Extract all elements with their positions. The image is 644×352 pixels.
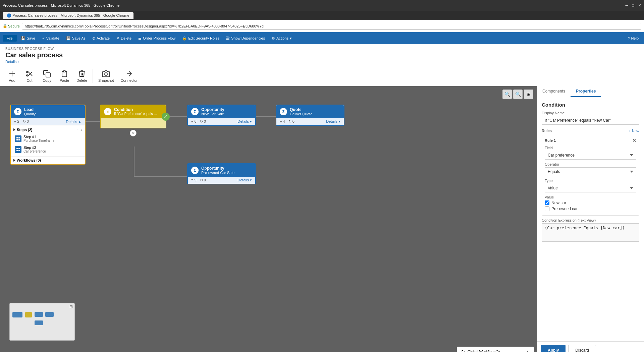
- right-panel: Components Properties Condition Display …: [537, 86, 644, 352]
- quote-node[interactable]: Σ Quote Deliver Quote ≡ 4 ↻ 0 Details ▾: [276, 105, 344, 126]
- save-button[interactable]: 💾 Save: [18, 35, 38, 42]
- zoom-out-button[interactable]: 🔍: [502, 90, 512, 99]
- copy-icon: [43, 70, 51, 78]
- display-name-input[interactable]: [542, 116, 639, 125]
- maximize-icon[interactable]: □: [632, 3, 634, 8]
- value-option-1: New car: [545, 200, 636, 205]
- canvas-area[interactable]: 🔍 🔍 ⊞ Σ Lead: [0, 86, 537, 352]
- close-icon[interactable]: ✕: [130, 130, 137, 136]
- svg-point-1: [26, 75, 28, 76]
- condition-node[interactable]: ≠ Condition If "Car Preference" equals "…: [100, 105, 166, 136]
- mini-map: ⊞: [9, 303, 75, 341]
- trash-icon: [78, 70, 86, 78]
- condition-icon: ≠: [104, 108, 111, 115]
- lead-cycle-count: ↻ 0: [23, 119, 29, 124]
- field-select[interactable]: Car preference: [545, 151, 636, 160]
- activate-button[interactable]: ⊙ Activate: [90, 35, 112, 42]
- operator-label: Operator: [545, 162, 636, 166]
- step-1[interactable]: Step #1 Purchase Timeframe: [13, 134, 82, 143]
- type-select[interactable]: Value: [545, 184, 636, 192]
- quote-icon: Σ: [280, 108, 287, 115]
- save-as-button[interactable]: 💾 Save As: [63, 35, 88, 42]
- details-link[interactable]: Details ›: [5, 60, 639, 66]
- opportunity-preowned-node[interactable]: Σ Opportunity Pre-owned Car Sale ≡ 9 ↻ 0…: [187, 163, 256, 184]
- main-layout: 🔍 🔍 ⊞ Σ Lead: [0, 86, 644, 352]
- move-down-icon[interactable]: ↓: [80, 127, 82, 132]
- quote-details-button[interactable]: Details ▾: [326, 119, 340, 124]
- cut-button[interactable]: Cut: [21, 68, 38, 84]
- svg-rect-2: [46, 73, 50, 77]
- save-as-icon: 💾: [66, 36, 71, 41]
- browser-tabs: 🔵 Process: Car sales process - Microsoft…: [0, 11, 644, 20]
- condition-expression-textarea[interactable]: (Car preference Equals [New car]): [542, 223, 639, 242]
- chevron-up-icon[interactable]: ▲: [526, 350, 530, 352]
- lead-qualify-node[interactable]: Σ Lead Qualify ≡ 2 ↻ 0 Details ▲: [10, 105, 86, 165]
- url-bar[interactable]: [22, 23, 641, 30]
- workflows-section: Workflows (0): [11, 156, 85, 164]
- mini-map-content: [12, 305, 72, 338]
- steps-section: Steps (2) ↑ ↓ Step #1 Purchase Timeframe: [11, 125, 85, 156]
- opp-pre-details-button[interactable]: Details ▾: [237, 178, 252, 182]
- quote-footer: ≡ 4 ↻ 0 Details ▾: [276, 118, 344, 125]
- validate-button[interactable]: ✓ Validate: [39, 35, 62, 42]
- mini-opp-pre-node: [35, 320, 43, 325]
- order-process-flow-button[interactable]: ☰ Order Process Flow: [136, 35, 178, 42]
- global-workflow-bar[interactable]: ↻ Global Workflow (0) ▲: [457, 347, 534, 352]
- edit-security-roles-button[interactable]: 🔒 Edit Security Roles: [179, 35, 222, 42]
- svg-rect-13: [18, 139, 20, 140]
- show-dependencies-button[interactable]: ⛓ Show Dependencies: [223, 35, 268, 42]
- svg-rect-12: [16, 139, 18, 140]
- file-button[interactable]: File: [3, 35, 17, 42]
- value-option-2-checkbox[interactable]: [545, 207, 549, 211]
- mini-opp-new-node: [35, 312, 43, 317]
- panel-section-title: Condition: [542, 102, 639, 108]
- move-up-icon[interactable]: ↑: [77, 127, 79, 132]
- svg-rect-15: [18, 148, 20, 149]
- copy-button[interactable]: Copy: [39, 68, 55, 84]
- opp-new-details-button[interactable]: Details ▾: [237, 119, 252, 124]
- connector-button[interactable]: Connector: [118, 68, 140, 84]
- opportunity-new-node[interactable]: Σ Opportunity New Car Sale ≡ 6 ↻ 0 Detai…: [187, 105, 256, 126]
- browser-toolbar: 🔒 Secure: [0, 20, 644, 32]
- order-icon: ☰: [138, 36, 142, 41]
- mini-condition-node: [25, 312, 32, 317]
- apply-button[interactable]: Apply: [541, 345, 566, 352]
- step-2[interactable]: Step #2 Car preference: [13, 144, 82, 154]
- icon-toolbar: Add Cut Copy Paste Delete Snapshot Conne…: [0, 66, 644, 86]
- snapshot-button[interactable]: Snapshot: [96, 68, 116, 84]
- help-button[interactable]: ? Help: [625, 35, 641, 42]
- rule-1-header: Rule 1 ✕: [545, 138, 636, 143]
- close-icon[interactable]: ✕: [638, 3, 641, 8]
- rule-close-button[interactable]: ✕: [632, 138, 636, 143]
- discard-button[interactable]: Discard: [568, 345, 596, 352]
- delete-icon-button[interactable]: Delete: [74, 68, 90, 84]
- minimize-icon[interactable]: ─: [626, 3, 628, 8]
- actions-button[interactable]: ⚙ Actions ▾: [269, 35, 294, 42]
- add-button[interactable]: Add: [4, 68, 20, 84]
- active-tab[interactable]: 🔵 Process: Car sales process - Microsoft…: [3, 12, 133, 19]
- new-rule-link[interactable]: + New: [629, 129, 640, 133]
- paste-button[interactable]: Paste: [56, 68, 72, 84]
- zoom-in-button[interactable]: 🔍: [513, 90, 523, 99]
- fit-button[interactable]: ⊞: [524, 90, 533, 99]
- display-name-label: Display Name: [542, 111, 639, 115]
- page-title: Car sales process: [5, 51, 639, 59]
- operator-select[interactable]: Equals: [545, 167, 636, 176]
- panel-actions: Apply Discard: [537, 341, 644, 352]
- lead-node-footer: ≡ 2 ↻ 0 Details ▲: [11, 118, 85, 125]
- svg-rect-16: [16, 150, 18, 151]
- rules-title: Rules: [542, 129, 552, 133]
- steps-controls[interactable]: ↑ ↓: [77, 127, 82, 132]
- condition-close-button[interactable]: ✕: [100, 130, 166, 136]
- toolbar-separator: [93, 69, 93, 83]
- tab-properties[interactable]: Properties: [571, 86, 601, 97]
- steps-header: Steps (2): [13, 128, 32, 132]
- global-workflow-label: Global Workflow (0): [468, 350, 500, 352]
- svg-rect-17: [18, 150, 20, 151]
- step-1-icon: [15, 135, 21, 142]
- value-label: Value: [545, 195, 636, 199]
- delete-button[interactable]: ✕ Delete: [114, 35, 134, 42]
- lead-details-button[interactable]: Details ▲: [66, 120, 82, 124]
- tab-components[interactable]: Components: [537, 86, 571, 97]
- value-option-1-checkbox[interactable]: [545, 200, 549, 205]
